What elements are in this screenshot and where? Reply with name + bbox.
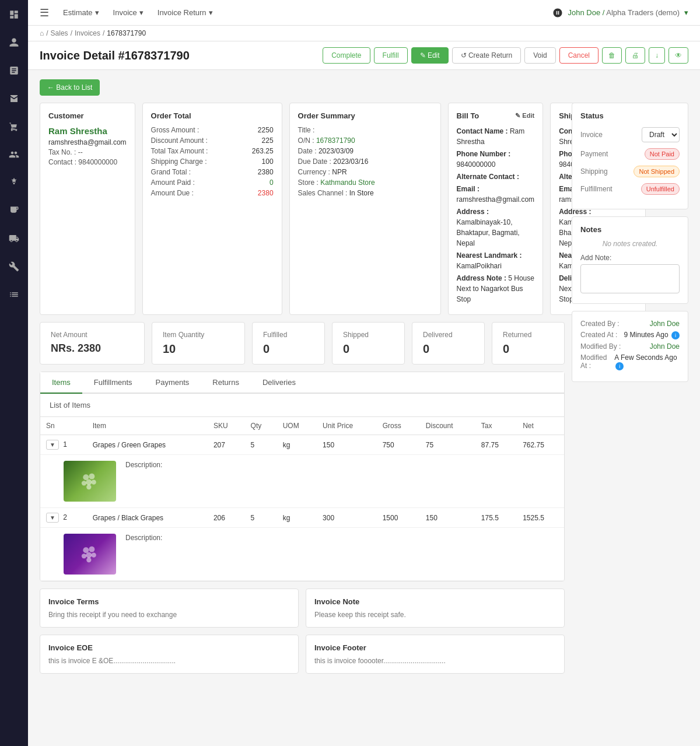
- edit-button[interactable]: ✎ Edit: [411, 47, 449, 64]
- sidebar-icon-person[interactable]: [5, 34, 23, 51]
- sidebar-icon-cart[interactable]: [5, 118, 23, 135]
- tabs-bar: Items Fulfillments Payments Returns Deli…: [40, 372, 564, 394]
- void-button[interactable]: Void: [524, 47, 555, 64]
- invoice-menu[interactable]: Invoice ▾: [113, 8, 144, 17]
- item-1-name: Grapes / Green Grapes: [87, 435, 208, 455]
- payment-status-badge: Not Paid: [645, 148, 680, 160]
- sidebar-icon-dashboard[interactable]: [5, 6, 23, 23]
- breadcrumb-invoices[interactable]: Invoices: [75, 29, 100, 37]
- tab-returns[interactable]: Returns: [201, 372, 251, 394]
- order-summary-card: Order Summary Title : O/N : 1678371790 D…: [289, 103, 441, 315]
- items-container: Items Fulfillments Payments Returns Deli…: [40, 372, 565, 582]
- estimate-menu[interactable]: Estimate ▾: [63, 8, 99, 17]
- order-summary-title: Order Summary: [298, 111, 432, 120]
- col-gross: Gross: [377, 417, 420, 435]
- tab-deliveries[interactable]: Deliveries: [251, 372, 307, 394]
- col-discount: Discount: [420, 417, 475, 435]
- svg-point-3: [82, 481, 86, 485]
- print-button[interactable]: 🖨: [625, 47, 645, 64]
- invoice-footer-card: Invoice Footer this is invoice fooooter.…: [306, 635, 565, 674]
- user-menu[interactable]: John Doe / Alpha Traders (demo) ▾: [552, 8, 688, 18]
- customer-contact: Contact : 9840000000: [48, 158, 127, 166]
- breadcrumb-home[interactable]: ⌂: [40, 29, 44, 37]
- complete-button[interactable]: Complete: [323, 47, 370, 64]
- main-flex-layout: Customer Ram Shrestha ramshrestha@gmail.…: [40, 103, 688, 674]
- svg-point-10: [92, 553, 96, 558]
- expand-item-2[interactable]: ▼: [46, 513, 59, 523]
- sidebar-icon-people[interactable]: [5, 146, 23, 163]
- delete-button[interactable]: 🗑: [602, 47, 622, 64]
- shipping-status-badge: Not Shipped: [634, 166, 680, 177]
- tab-items[interactable]: Items: [40, 372, 82, 394]
- invoice-note-card: Invoice Note Please keep this receipt sa…: [306, 589, 565, 628]
- items-table: Sn Item SKU Qty UOM Unit Price Gross Dis…: [40, 417, 564, 581]
- sidebar-icon-analytics[interactable]: [5, 62, 23, 79]
- expand-item-1[interactable]: ▼: [46, 440, 59, 450]
- bottom-cards: Invoice Terms Bring this receipt if you …: [40, 589, 565, 628]
- col-sn: Sn: [40, 417, 87, 435]
- hamburger-menu[interactable]: ☰: [40, 6, 49, 19]
- cancel-button[interactable]: Cancel: [559, 47, 598, 64]
- item-1-desc-row: Description:: [40, 455, 564, 508]
- invoice-eoe-card: Invoice EOE this is invoice E &OE.......…: [40, 635, 299, 674]
- sidebar-icon-store[interactable]: [5, 90, 23, 107]
- invoice-return-menu[interactable]: Invoice Return ▾: [158, 8, 213, 17]
- item-2-desc-row: Description:: [40, 528, 564, 581]
- sidebar-icon-tools[interactable]: [5, 258, 23, 275]
- tab-payments[interactable]: Payments: [144, 372, 201, 394]
- customer-section-title: Customer: [48, 111, 127, 120]
- add-note-textarea[interactable]: [580, 264, 680, 293]
- item-2-image: [64, 534, 116, 575]
- fulfillment-status-row: Fulfillment Unfulfilled: [580, 183, 680, 195]
- col-uom: UOM: [277, 417, 317, 435]
- fulfill-button[interactable]: Fulfill: [374, 47, 408, 64]
- page-title: Invoice Detail #1678371790: [40, 49, 190, 68]
- col-sku: SKU: [208, 417, 245, 435]
- sidebar-icon-reports[interactable]: [5, 202, 23, 219]
- back-to-list-button[interactable]: ← Back to List: [40, 79, 100, 96]
- page-header: Invoice Detail #1678371790 Complete Fulf…: [28, 41, 700, 70]
- net-amount-stat: Net Amount NRs. 2380: [40, 322, 145, 365]
- tab-fulfillments[interactable]: Fulfillments: [82, 372, 144, 394]
- breadcrumb: ⌂ / Sales / Invoices / 1678371790: [28, 26, 700, 41]
- download-button[interactable]: ↓: [649, 47, 665, 64]
- svg-point-2: [86, 479, 92, 485]
- customer-email: ramshrestha@gmail.com: [48, 138, 127, 146]
- breadcrumb-sales[interactable]: Sales: [51, 29, 68, 37]
- tax-amount-row: Total Tax Amount : 263.25: [151, 147, 274, 155]
- item-2-name: Grapes / Black Grapes: [87, 508, 208, 528]
- svg-point-6: [83, 547, 89, 553]
- table-row: ▼ 1 Grapes / Green Grapes 207 5 kg 150 7…: [40, 435, 564, 455]
- sidebar-icon-settings[interactable]: [5, 174, 23, 191]
- customer-card: Customer Ram Shrestha ramshrestha@gmail.…: [40, 103, 135, 315]
- sidebar-icon-delivery[interactable]: [5, 230, 23, 247]
- returned-stat: Returned 0: [492, 322, 565, 365]
- svg-point-11: [86, 558, 91, 562]
- shipping-status-row: Shipping Not Shipped: [580, 166, 680, 177]
- sidebar-icon-list[interactable]: [5, 286, 23, 303]
- col-tax: Tax: [475, 417, 517, 435]
- invoice-status-row: Invoice Draft: [580, 127, 680, 142]
- svg-point-7: [89, 547, 94, 552]
- invoice-terms-card: Invoice Terms Bring this receipt if you …: [40, 589, 299, 628]
- order-total-title: Order Total: [151, 111, 274, 120]
- delivered-stat: Delivered 0: [412, 322, 485, 365]
- status-card: Status Invoice Draft Payment Not Paid Sh…: [572, 103, 688, 209]
- created-at-info-icon[interactable]: i: [671, 331, 680, 339]
- view-button[interactable]: 👁: [668, 47, 688, 64]
- svg-point-1: [89, 474, 94, 479]
- gross-amount-row: Gross Amount : 2250: [151, 126, 274, 134]
- action-buttons: Complete Fulfill ✎ Edit ↺ Create Return …: [323, 47, 688, 69]
- table-header-row: Sn Item SKU Qty UOM Unit Price Gross Dis…: [40, 417, 564, 435]
- invoice-status-select[interactable]: Draft: [642, 127, 680, 142]
- meta-card: Created By : John Doe Created At : 9 Min…: [572, 311, 688, 382]
- fulfillment-status-badge: Unfulfilled: [641, 183, 680, 195]
- customer-tax: Tax No. : --: [48, 148, 127, 156]
- stats-row: Net Amount NRs. 2380 Item Quantity 10 Fu…: [40, 322, 565, 365]
- bill-to-edit[interactable]: ✎ Edit: [515, 112, 534, 120]
- items-list-header: List of Items: [40, 394, 564, 417]
- modified-at-info-icon[interactable]: i: [615, 362, 624, 370]
- create-return-button[interactable]: ↺ Create Return: [452, 47, 522, 64]
- svg-point-0: [83, 474, 89, 480]
- bill-to-title: Bill To ✎ Edit: [457, 111, 535, 120]
